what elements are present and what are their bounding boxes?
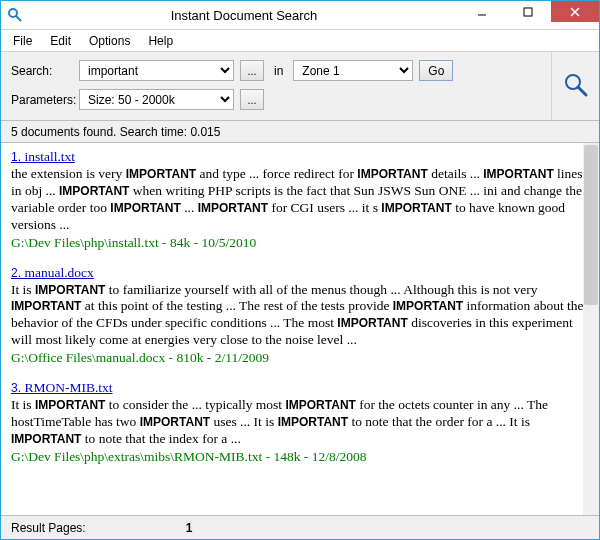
- close-button[interactable]: [551, 1, 599, 22]
- magnifier-icon[interactable]: [563, 72, 589, 101]
- results-pane: 1. install.txtthe extension is very IMPO…: [1, 143, 599, 515]
- svg-point-0: [9, 9, 17, 17]
- result-item: 2. manual.docxIt is IMPORTANT to familia…: [11, 265, 589, 367]
- menu-file[interactable]: File: [5, 31, 40, 51]
- parameters-label: Parameters:: [11, 93, 73, 107]
- search-input[interactable]: important: [79, 60, 234, 81]
- menu-help[interactable]: Help: [140, 31, 181, 51]
- result-title[interactable]: 3. RMON-MIB.txt: [11, 380, 589, 396]
- menu-edit[interactable]: Edit: [42, 31, 79, 51]
- scrollbar[interactable]: [583, 143, 599, 515]
- result-path: G:\Dev Files\php\extras\mibs\RMON-MIB.tx…: [11, 449, 589, 465]
- app-icon: [7, 7, 23, 23]
- parameters-browse-button[interactable]: ...: [240, 89, 264, 110]
- toolbar: Search: important ... in Zone 1 Go Param…: [1, 52, 599, 121]
- minimize-button[interactable]: [459, 1, 505, 22]
- search-browse-button[interactable]: ...: [240, 60, 264, 81]
- status-text: 5 documents found. Search time: 0.015: [11, 125, 220, 139]
- svg-line-1: [16, 16, 21, 21]
- result-title[interactable]: 1. install.txt: [11, 149, 589, 165]
- window-controls: [459, 1, 599, 29]
- result-snippet: It is IMPORTANT to consider the ... typi…: [11, 397, 589, 448]
- titlebar: Instant Document Search: [1, 1, 599, 30]
- in-label: in: [270, 64, 287, 78]
- result-item: 1. install.txtthe extension is very IMPO…: [11, 149, 589, 251]
- app-window: Instant Document Search File Edit Option…: [0, 0, 600, 540]
- status-bar: 5 documents found. Search time: 0.015: [1, 121, 599, 143]
- search-label: Search:: [11, 64, 73, 78]
- result-path: G:\Dev Files\php\install.txt - 84k - 10/…: [11, 235, 589, 251]
- page-number: 1: [186, 521, 193, 535]
- window-title: Instant Document Search: [29, 8, 459, 23]
- result-path: G:\Office Files\manual.docx - 810k - 2/1…: [11, 350, 589, 366]
- menubar: File Edit Options Help: [1, 30, 599, 52]
- parameters-select[interactable]: Size: 50 - 2000k: [79, 89, 234, 110]
- menu-options[interactable]: Options: [81, 31, 138, 51]
- go-button[interactable]: Go: [419, 60, 453, 81]
- search-icon-panel: [551, 52, 599, 120]
- result-title[interactable]: 2. manual.docx: [11, 265, 589, 281]
- maximize-button[interactable]: [505, 1, 551, 22]
- svg-rect-3: [524, 8, 532, 16]
- result-snippet: the extension is very IMPORTANT and type…: [11, 166, 589, 234]
- zone-select[interactable]: Zone 1: [293, 60, 413, 81]
- footer: Result Pages: 1: [1, 515, 599, 539]
- pages-label: Result Pages:: [11, 521, 86, 535]
- scrollbar-thumb[interactable]: [584, 145, 598, 305]
- svg-line-7: [578, 87, 586, 95]
- result-snippet: It is IMPORTANT to familiarize yourself …: [11, 282, 589, 350]
- result-item: 3. RMON-MIB.txtIt is IMPORTANT to consid…: [11, 380, 589, 465]
